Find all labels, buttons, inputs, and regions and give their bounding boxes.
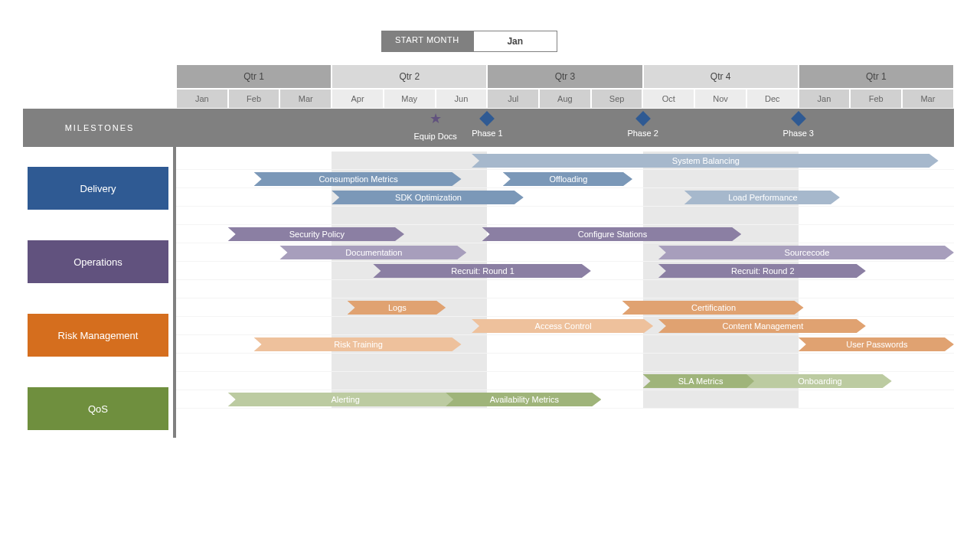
milestone-label: Phase 2 <box>612 129 674 138</box>
milestone-label: Phase 1 <box>456 129 518 138</box>
task-bar[interactable]: Certification <box>622 301 804 315</box>
task-row: Consumption MetricsOffloading <box>176 170 954 188</box>
task-bar[interactable]: System Balancing <box>472 154 939 168</box>
task-row: System Balancing <box>176 152 954 170</box>
category-risk[interactable]: Risk Management <box>28 314 168 357</box>
milestones-row: MILESTONES ★Equip DocsPhase 1Phase 2Phas… <box>23 109 957 147</box>
milestones-label: MILESTONES <box>23 109 176 147</box>
task-bar[interactable]: Recruit: Round 1 <box>373 264 590 278</box>
task-row: Security PolicyConfigure Stations <box>176 225 954 243</box>
start-month-row: START MONTH Jan <box>176 31 957 52</box>
milestone-marker: Phase 1 <box>456 113 518 138</box>
milestone-marker: Phase 3 <box>768 113 829 138</box>
task-row: Recruit: Round 1Recruit: Round 2 <box>176 262 954 280</box>
quarter-cell: Qtr 2 <box>332 64 487 89</box>
quarter-cell: Qtr 1 <box>799 64 954 89</box>
task-row: Risk TrainingUser Passwords <box>176 335 954 354</box>
diamond-icon <box>791 111 806 126</box>
task-bar[interactable]: User Passwords <box>799 337 954 351</box>
task-bar[interactable]: Security Policy <box>228 227 404 241</box>
category-delivery[interactable]: Delivery <box>28 167 168 210</box>
task-bar[interactable]: Recruit: Round 2 <box>658 264 866 278</box>
task-bar[interactable]: Risk Training <box>254 337 462 351</box>
month-cell: Mar <box>902 89 954 109</box>
task-bar[interactable]: Load Performance <box>684 191 840 204</box>
task-bar[interactable]: Documentation <box>279 246 466 259</box>
timeline-header: Qtr 1Qtr 2Qtr 3Qtr 4Qtr 1 JanFebMarAprMa… <box>23 64 957 109</box>
task-bar[interactable]: Configure Stations <box>482 227 742 241</box>
category-qos[interactable]: QoS <box>28 387 168 430</box>
month-cell: Feb <box>228 89 280 109</box>
milestone-marker: Phase 2 <box>612 113 674 138</box>
category-operations[interactable]: Operations <box>28 240 168 283</box>
task-bar[interactable]: SLA Metrics <box>643 374 757 388</box>
diamond-icon <box>635 111 651 126</box>
month-cell: Mar <box>279 89 332 109</box>
task-row: SDK OptimizationLoad Performance <box>176 188 954 207</box>
quarter-row: Qtr 1Qtr 2Qtr 3Qtr 4Qtr 1 <box>176 64 954 89</box>
month-cell: Oct <box>642 89 694 109</box>
task-row <box>176 207 954 225</box>
task-row: AlertingAvailability Metrics <box>176 390 954 409</box>
month-cell: May <box>384 89 436 109</box>
month-cell: Feb <box>850 89 902 109</box>
month-cell: Jan <box>176 89 228 109</box>
task-row: LogsCertification <box>176 298 954 317</box>
diamond-icon <box>479 111 495 126</box>
task-bar[interactable]: Availability Metrics <box>446 393 601 406</box>
task-bar[interactable]: Alerting <box>228 393 462 406</box>
task-bar[interactable]: Access Control <box>472 319 653 333</box>
month-cell: Aug <box>539 89 591 109</box>
milestones-track: ★Equip DocsPhase 1Phase 2Phase 3 <box>176 109 954 147</box>
milestone-label: Phase 3 <box>768 129 829 138</box>
month-cell: Jul <box>487 89 539 109</box>
roadmap-gantt: START MONTH Jan Qtr 1Qtr 2Qtr 3Qtr 4Qtr … <box>23 31 957 438</box>
quarter-cell: Qtr 3 <box>487 64 642 89</box>
month-cell: Jun <box>436 89 488 109</box>
category-column: DeliveryOperationsRisk ManagementQoS <box>23 147 176 438</box>
quarter-cell: Qtr 4 <box>643 64 799 89</box>
month-cell: Dec <box>746 89 799 109</box>
month-cell: Nov <box>694 89 746 109</box>
task-bar[interactable]: SDK Optimization <box>332 191 524 204</box>
task-bar[interactable]: Offloading <box>503 172 632 186</box>
start-month-input[interactable]: Jan <box>473 31 557 52</box>
month-row: JanFebMarAprMayJunJulAugSepOctNovDecJanF… <box>176 89 954 109</box>
task-rows: System BalancingConsumption MetricsOfflo… <box>176 147 954 438</box>
task-row: SLA MetricsOnboarding <box>176 372 954 390</box>
gantt-body: DeliveryOperationsRisk ManagementQoS Sys… <box>23 147 957 438</box>
task-row <box>176 280 954 298</box>
task-row: DocumentationSourcecode <box>176 243 954 262</box>
month-cell: Sep <box>591 89 643 109</box>
task-bar[interactable]: Logs <box>348 301 446 315</box>
month-cell: Apr <box>332 89 384 109</box>
task-row: Access ControlContent Management <box>176 317 954 335</box>
quarter-cell: Qtr 1 <box>176 64 332 89</box>
task-bar[interactable]: Consumption Metrics <box>254 172 462 186</box>
month-cell: Jan <box>799 89 851 109</box>
task-bar[interactable]: Sourcecode <box>658 246 954 259</box>
task-bar[interactable]: Onboarding <box>746 374 892 388</box>
task-row <box>176 354 954 372</box>
start-month-label: START MONTH <box>381 31 473 52</box>
task-bar[interactable]: Content Management <box>658 319 866 333</box>
